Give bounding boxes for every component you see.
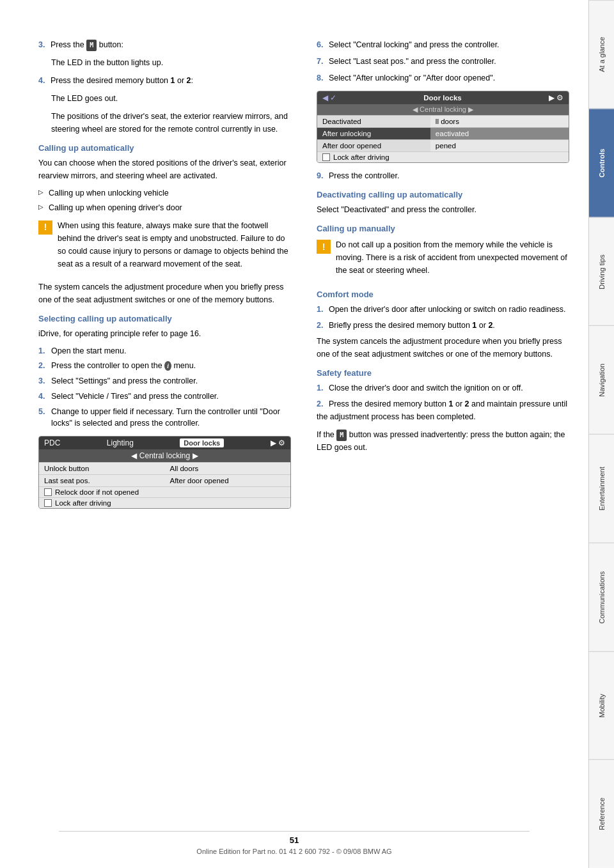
widget2-ll-doors: ll doors <box>430 116 569 127</box>
footer-edition-text: Online Edition for Part no. 01 41 2 600 … <box>0 848 588 855</box>
step3-text2: button: <box>99 40 123 49</box>
widget1-checkbox-icon-1 <box>44 488 52 496</box>
widget2-checkbox-label: Lock after driving <box>333 153 390 161</box>
step4-text: Press the desired memory button <box>51 76 168 85</box>
widget1-checkbox-2: Lock after driving <box>39 497 290 508</box>
safety-step1-num: 1. <box>317 384 323 392</box>
safety-step2-b1: 1 <box>449 399 453 408</box>
left-column: 3. Press the M button: The LED in the bu… <box>38 38 297 830</box>
sidebar-tab-communications[interactable]: Communications <box>589 543 614 651</box>
footer: 51 Online Edition for Part no. 01 41 2 6… <box>0 831 588 855</box>
widget2-pened: pened <box>430 140 569 151</box>
deactivating-heading: Deactivating calling up automatically <box>317 190 569 199</box>
step7-num: 7. <box>317 57 323 66</box>
safety-step2-or: or <box>455 399 465 408</box>
widget2-checkbox-icon <box>322 153 330 161</box>
bullet-2: Calling up when opening driver's door <box>38 202 291 214</box>
safety-step2-text: Press the desired memory button <box>329 399 446 408</box>
widget2-deactivated-label: Deactivated <box>317 116 430 127</box>
warning-text-2: Do not call up a position from the memor… <box>336 238 569 277</box>
widget1-tab-lighting: Lighting <box>107 438 134 447</box>
safety-step-1: 1. Close the driver's door and switch th… <box>317 382 569 394</box>
sidebar-tab-controls[interactable]: Controls <box>589 109 614 217</box>
warning-icon-2: ! <box>317 240 331 254</box>
step-l2-num: 2. <box>38 360 45 372</box>
comfort-step-1: 1. Open the driver's door after unlockin… <box>317 303 569 316</box>
widget1-checkbox-label-1: Relock door if not opened <box>55 488 139 496</box>
comfort-step1-num: 1. <box>317 305 323 314</box>
sidebar-tab-reference[interactable]: Reference <box>589 759 614 868</box>
step9-num: 9. <box>317 171 323 180</box>
widget2-eactivated: eactivated <box>430 128 569 139</box>
comfort-step2-text: Briefly press the desired memory button <box>329 321 470 330</box>
safety-step2-num: 2. <box>317 399 323 408</box>
comfort-step1-text: Open the driver's door after unlocking o… <box>329 305 566 314</box>
step-l3-num: 3. <box>38 375 45 387</box>
selecting-heading: Selecting calling up automatically <box>38 314 291 323</box>
step4-para: The positions of the driver's seat, the … <box>38 110 291 136</box>
widget1-checkbox-1: Relock door if not opened <box>39 486 290 497</box>
right-column: 6. Select "Central locking" and press th… <box>310 38 569 830</box>
widget1-subheader: ◀ Central locking ▶ <box>39 449 290 462</box>
widget2-checkbox: Lock after driving <box>317 151 569 162</box>
sidebar-tab-driving-tips[interactable]: Driving tips <box>589 217 614 326</box>
widget1-cell-seat-val: After door opened <box>165 475 291 486</box>
step-8: 8. Select "After unlocking" or "After do… <box>317 72 569 84</box>
system-cancels-2: The system cancels the adjustment proced… <box>317 335 569 360</box>
widget2-title: Door locks <box>423 94 461 102</box>
step3-sub: The LED in the button lights up. <box>38 56 291 69</box>
widget1-cell-unlock-label: Unlock button <box>39 463 165 474</box>
sidebar-tab-entertainment[interactable]: Entertainment <box>589 434 614 543</box>
step3-text: Press the <box>51 40 84 49</box>
comfort-step2-b1: 1 <box>472 321 476 330</box>
calling-bullets: Calling up when unlocking vehicle Callin… <box>38 187 291 214</box>
step-left-2: 2. Press the controller to open the i me… <box>38 360 291 372</box>
step-6: 6. Select "Central locking" and press th… <box>317 38 569 51</box>
step-l5-text: Change to upper field if necessary. Turn… <box>51 407 280 428</box>
bullet-1: Calling up when unlocking vehicle <box>38 187 291 199</box>
step-left-1: 1. Open the start menu. <box>38 345 291 357</box>
step4-num: 4. <box>38 76 45 85</box>
step-left-5: 5. Change to upper field if necessary. T… <box>38 406 291 430</box>
step4-b2: 2 <box>187 76 191 85</box>
widget1-row-1: Unlock button All doors <box>39 462 290 474</box>
step-l2-text: Press the controller to open the <box>51 361 162 370</box>
sidebar-tab-at-a-glance[interactable]: At a glance <box>589 0 614 109</box>
calling-up-para: You can choose when the stored positions… <box>38 157 291 182</box>
warning-text-1: When using this feature, always make sur… <box>58 219 291 270</box>
safety-feature-heading: Safety feature <box>317 368 569 378</box>
calling-manually-heading: Calling up manually <box>317 224 569 233</box>
widget2-after-door-label: After door opened <box>317 140 430 151</box>
sidebar: At a glance Controls Driving tips Naviga… <box>588 0 614 868</box>
widget1-arrow: ▶ ⚙ <box>271 438 285 447</box>
widget2-row-deactivated: Deactivated ll doors <box>317 115 569 127</box>
comfort-step-2: 2. Briefly press the desired memory butt… <box>317 319 569 332</box>
step8-num: 8. <box>317 74 323 82</box>
widget2-after-unlocking-label: After unlocking <box>317 128 430 139</box>
if-m-pre: If the <box>317 430 335 439</box>
comfort-step2-num: 2. <box>317 321 323 330</box>
warning-box-2: ! Do not call up a position from the mem… <box>317 238 569 282</box>
if-m-button-text: If the M button was pressed inadvertentl… <box>317 428 569 454</box>
step-9: 9. Press the controller. <box>317 169 569 182</box>
step-l4-num: 4. <box>38 391 45 403</box>
sidebar-tab-navigation[interactable]: Navigation <box>589 325 614 434</box>
step4-or: or <box>177 76 184 85</box>
step-l1-num: 1. <box>38 345 45 357</box>
step-left-3: 3. Select "Settings" and press the contr… <box>38 375 291 387</box>
step-l4-text: Select "Vehicle / Tires" and press the c… <box>51 392 219 401</box>
warning-box-1: ! When using this feature, always make s… <box>38 219 291 275</box>
widget1-row-2: Last seat pos. After door opened <box>39 474 290 486</box>
step-l1-text: Open the start menu. <box>51 346 126 355</box>
sidebar-tab-mobility[interactable]: Mobility <box>589 651 614 760</box>
widget2-check-icon: ◀ ✓ <box>322 93 336 102</box>
m-button-icon: M <box>86 40 97 51</box>
if-m-post: button was pressed inadvertently: press … <box>317 430 565 452</box>
widget1-cell-unlock-val: All doors <box>165 463 291 474</box>
step-7: 7. Select "Last seat pos." and press the… <box>317 55 569 68</box>
widget2-row-after-door: After door opened pened <box>317 139 569 151</box>
widget1-checkbox-label-2: Lock after driving <box>55 499 111 507</box>
calling-up-heading: Calling up automatically <box>38 143 291 153</box>
safety-step1-text: Close the driver's door and switch the i… <box>329 384 523 392</box>
widget1-tab-doorlocks: Door locks <box>180 438 224 447</box>
